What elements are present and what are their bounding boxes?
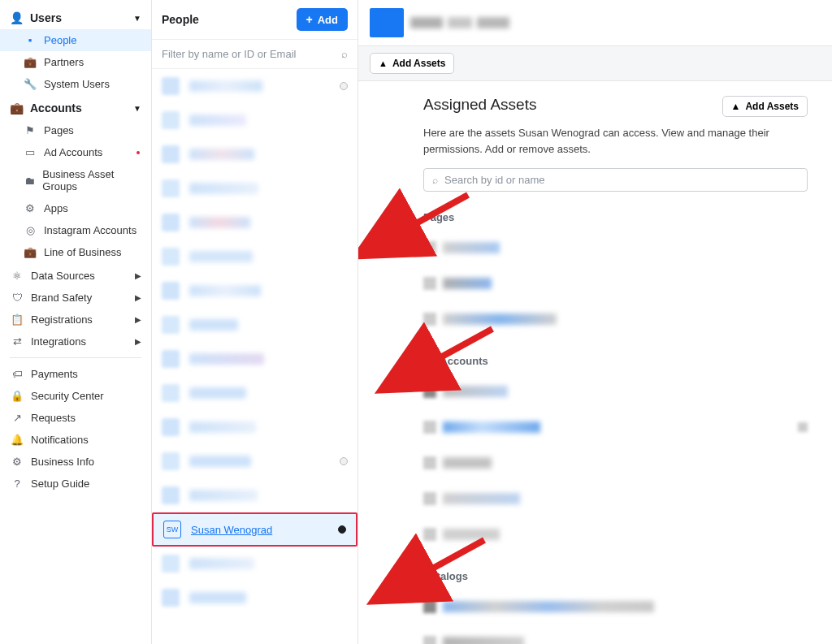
asset-row[interactable] — [423, 269, 808, 298]
search-icon: ⌕ — [432, 175, 438, 186]
people-row[interactable] — [152, 69, 358, 103]
nav-item-label: Business Info — [31, 456, 94, 468]
nav-payments[interactable]: 🏷 Payments — [0, 363, 151, 385]
people-row[interactable] — [152, 103, 358, 137]
nav-brand-safety[interactable]: 🛡 Brand Safety ▶ — [0, 287, 151, 309]
nav-users-label: Users — [30, 11, 62, 24]
people-row[interactable] — [152, 308, 358, 342]
asset-row[interactable] — [423, 305, 808, 334]
nav-users-header[interactable]: 👤 Users ▼ — [0, 6, 151, 29]
nav-business-info[interactable]: ⚙ Business Info — [0, 451, 151, 473]
request-icon: ↗ — [10, 412, 24, 424]
asset-row[interactable] — [423, 233, 808, 262]
people-row[interactable] — [152, 274, 358, 308]
add-assets-label: Add Assets — [745, 101, 799, 112]
plus-icon: + — [306, 13, 313, 26]
people-search-input[interactable] — [162, 48, 341, 60]
assets-icon: ▲ — [379, 58, 388, 68]
nav-item-people[interactable]: ▪ People — [0, 29, 151, 51]
tag-icon: 🏷 — [10, 368, 24, 380]
nav-data-sources[interactable]: ⚛ Data Sources ▶ — [0, 265, 151, 287]
nav-item-label: Line of Business — [44, 246, 121, 258]
nav-item-apps[interactable]: ⚙ Apps — [0, 197, 151, 219]
folder-icon: 🖿 — [23, 175, 36, 187]
people-row[interactable] — [152, 240, 358, 274]
people-row[interactable] — [152, 342, 358, 376]
nav-item-ad-accounts[interactable]: ▭ Ad Accounts — [0, 141, 151, 163]
detail-toolbar: ▲ Add Assets — [358, 45, 832, 81]
nav-item-label: Brand Safety — [31, 292, 92, 304]
asset-search-input[interactable] — [444, 174, 799, 186]
people-row-selected[interactable]: SW Susan Wenograd — [152, 512, 358, 547]
people-column: People + Add ⌕ SW — [152, 0, 358, 644]
bell-icon: 🔔 — [10, 434, 24, 446]
person-icon: ▪ — [23, 34, 37, 46]
nav-item-label: Integrations — [31, 335, 86, 348]
card-icon: ▭ — [23, 146, 37, 158]
briefcase-icon: 💼 — [23, 56, 37, 68]
asset-section-pages: Pages — [423, 211, 808, 334]
asset-row[interactable] — [423, 377, 808, 406]
gear-icon: ⚙ — [10, 456, 24, 468]
people-row[interactable] — [152, 478, 358, 512]
asset-search[interactable]: ⌕ — [423, 168, 808, 192]
people-row[interactable] — [152, 376, 358, 410]
alert-dot — [136, 151, 140, 154]
nav-item-pages[interactable]: ⚑ Pages — [0, 119, 151, 141]
shield-icon: 🛡 — [10, 292, 24, 304]
clipboard-icon: 📋 — [10, 313, 24, 326]
nav-integrations[interactable]: ⇄ Integrations ▶ — [0, 331, 151, 352]
nav-item-asset-groups[interactable]: 🖿 Business Asset Groups — [0, 163, 151, 197]
add-assets-button[interactable]: ▲ Add Assets — [370, 53, 454, 74]
asset-row[interactable] — [423, 628, 808, 644]
asset-row[interactable] — [423, 484, 808, 513]
instagram-icon: ◎ — [23, 224, 37, 236]
asset-section-catalogs: Catalogs — [423, 570, 808, 644]
nav-item-label: People — [44, 34, 76, 46]
nav-item-partners[interactable]: 💼 Partners — [0, 51, 151, 73]
people-row[interactable] — [152, 581, 358, 615]
nav-item-system-users[interactable]: 🔧 System Users — [0, 73, 151, 95]
asset-row[interactable] — [423, 592, 808, 621]
people-row[interactable] — [152, 547, 358, 581]
add-label: Add — [318, 14, 338, 26]
asset-row[interactable] — [423, 413, 808, 442]
share-icon: ⇄ — [10, 335, 24, 348]
asset-row[interactable] — [423, 520, 808, 549]
people-row[interactable] — [152, 137, 358, 171]
nav-item-label: Instagram Accounts — [44, 224, 136, 236]
chevron-right-icon: ▶ — [135, 337, 141, 346]
nav-registrations[interactable]: 📋 Registrations ▶ — [0, 309, 151, 331]
lock-icon: 🔒 — [10, 390, 24, 402]
people-row[interactable] — [152, 410, 358, 444]
nav-divider — [10, 357, 141, 358]
add-person-button[interactable]: + Add — [297, 8, 348, 31]
people-row[interactable] — [152, 171, 358, 205]
nav-setup-guide[interactable]: ? Setup Guide — [0, 473, 151, 495]
asset-row[interactable] — [423, 448, 808, 478]
section-title-catalogs: Catalogs — [423, 570, 808, 582]
assigned-assets-title: Assigned Assets — [423, 96, 536, 114]
people-list[interactable]: SW Susan Wenograd — [152, 69, 358, 644]
left-nav: 👤 Users ▼ ▪ People 💼 Partners 🔧 System U… — [0, 0, 152, 644]
nav-item-label: Partners — [44, 56, 84, 68]
status-dot — [340, 82, 348, 90]
nav-item-line-of-business[interactable]: 💼 Line of Business — [0, 241, 151, 263]
nav-security-center[interactable]: 🔒 Security Center — [0, 385, 151, 407]
assigned-assets-description: Here are the assets Susan Wenograd can a… — [423, 125, 808, 157]
add-assets-button-right[interactable]: ▲ Add Assets — [722, 96, 808, 117]
section-title-ad-accounts: Ad Accounts — [423, 355, 808, 367]
people-row[interactable] — [152, 205, 358, 240]
nav-notifications[interactable]: 🔔 Notifications — [0, 429, 151, 451]
nav-accounts-label: Accounts — [30, 102, 82, 115]
nav-requests[interactable]: ↗ Requests — [0, 407, 151, 429]
assets-icon: ▲ — [731, 101, 741, 112]
nav-item-label: Requests — [31, 412, 76, 424]
people-row[interactable] — [152, 444, 358, 478]
nav-item-instagram[interactable]: ◎ Instagram Accounts — [0, 219, 151, 241]
people-search[interactable]: ⌕ — [152, 39, 358, 69]
caret-down-icon: ▼ — [133, 14, 141, 23]
person-name: Susan Wenograd — [191, 524, 272, 536]
nav-item-label: Payments — [31, 368, 78, 380]
nav-accounts-header[interactable]: 💼 Accounts ▼ — [0, 97, 151, 119]
